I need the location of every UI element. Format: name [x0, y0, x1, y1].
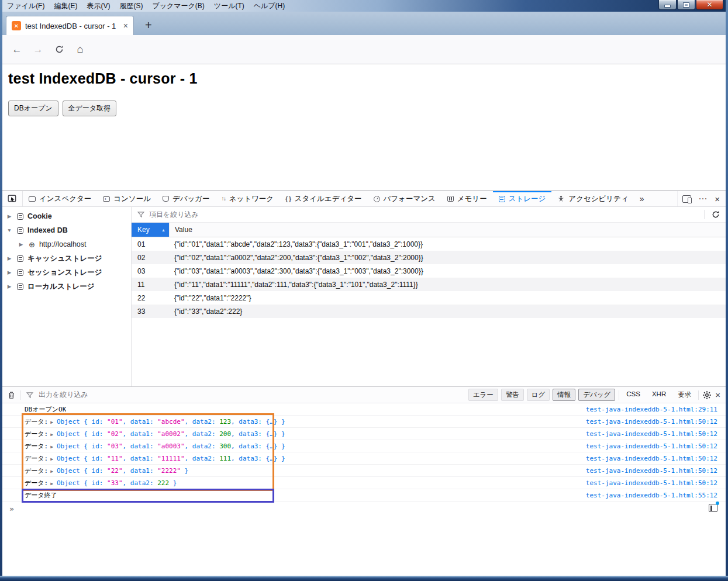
devtools-tab-accessibility[interactable]: アクセシビリティ	[551, 191, 634, 206]
console-input-row[interactable]: »	[2, 502, 726, 516]
menu-item[interactable]: 編集(E)	[49, 0, 82, 12]
minimize-button[interactable]	[658, 0, 677, 10]
devtools-tab-memory[interactable]: メモリー	[441, 191, 493, 206]
console-close-icon[interactable]: ×	[715, 390, 720, 400]
expand-arrow-icon[interactable]: ▶	[6, 269, 13, 275]
db-open-button[interactable]: DBオープン	[8, 101, 58, 116]
console-message-row: データ:▶Object { id: "02", data1: "a0002", …	[2, 428, 726, 440]
column-header-key[interactable]: Key ▲	[132, 223, 169, 237]
tab-title: test IndexedDB - cursor - 1	[25, 22, 120, 30]
expand-arrow-icon[interactable]: ▶	[6, 255, 13, 261]
navigation-toolbar: ← → ⌂ localhost/_test_java/test-java-ind…	[0, 35, 728, 64]
sidebar-item-label: ローカルストレージ	[27, 282, 95, 292]
console-category-button[interactable]: CSS	[623, 389, 644, 400]
storage-refresh-button[interactable]	[704, 210, 720, 219]
expand-arrow-icon[interactable]: ▼	[6, 227, 13, 233]
devtools-tab-performance[interactable]: パフォーマンス	[368, 191, 441, 206]
storage-panel: ▶Cookie▼Indexed DB▶⊕http://localhost▶キャッ…	[2, 207, 726, 386]
devtools-tab-storage[interactable]: ストレージ	[493, 191, 552, 206]
window-border-right	[726, 0, 728, 581]
console-source-link[interactable]: test-java-indexeddb-5-1.html:29:11	[574, 406, 717, 413]
devtools-overflow-chevron[interactable]: »	[634, 191, 650, 206]
row-value-cell: {"id":"33","data2":222}	[169, 307, 726, 316]
forward-button[interactable]: →	[29, 35, 47, 64]
expand-arrow-icon[interactable]: ▶	[18, 241, 25, 247]
maximize-button[interactable]	[677, 0, 695, 10]
sidebar-item-cookie[interactable]: ▶Cookie	[2, 209, 131, 223]
console-source-link[interactable]: test-java-indexeddb-5-1.html:50:12	[574, 430, 717, 438]
devtools-close-icon[interactable]: ×	[715, 194, 720, 204]
expand-object-arrow-icon[interactable]: ▶	[50, 444, 53, 449]
menu-item[interactable]: ヘルプ(H)	[249, 0, 290, 12]
console-message-rows: DBオープンOKtest-java-indexeddb-5-1.html:29:…	[2, 403, 726, 502]
devtools-menu-icon[interactable]: ⋯	[698, 193, 708, 204]
console-sidebar-toggle-icon[interactable]	[709, 504, 717, 512]
menu-item[interactable]: ファイル(F)	[2, 0, 49, 12]
table-row[interactable]: 02{"id":"02","data1":"a0002","data2":200…	[132, 251, 726, 264]
console-source-link[interactable]: test-java-indexeddb-5-1.html:50:12	[574, 467, 717, 475]
devtools-tab-console[interactable]: ›コンソール	[97, 191, 157, 206]
sidebar-item-localhost[interactable]: ▶⊕http://localhost	[2, 237, 131, 251]
console-filter-button[interactable]: デバッグ	[578, 389, 615, 401]
home-button[interactable]: ⌂	[71, 35, 89, 64]
responsive-design-icon[interactable]	[682, 195, 691, 203]
sidebar-item-local-storage[interactable]: ▶ローカルストレージ	[2, 279, 131, 293]
table-row[interactable]: 11{"id":"11","data1":"11111","data2":111…	[132, 278, 726, 291]
devtools-tab-label: ネットワーク	[229, 194, 274, 204]
expand-object-arrow-icon[interactable]: ▶	[50, 432, 53, 437]
reload-icon	[55, 45, 64, 54]
devtools-tab-inspector[interactable]: インスペクター	[23, 191, 97, 206]
clear-console-trash-icon[interactable]	[8, 391, 15, 399]
expand-object-arrow-icon[interactable]: ▶	[50, 481, 53, 486]
console-source-link[interactable]: test-java-indexeddb-5-1.html:50:12	[574, 442, 717, 450]
table-row[interactable]: 01{"id":"01","data1":"abcde","data2":123…	[132, 237, 726, 251]
menu-item[interactable]: 表示(V)	[82, 0, 115, 12]
table-row[interactable]: 22{"id":"22","data1":"2222"}	[132, 291, 726, 305]
table-row[interactable]: 33{"id":"33","data2":222}	[132, 305, 726, 318]
console-source-link[interactable]: test-java-indexeddb-5-1.html:50:12	[574, 479, 717, 487]
browser-tab[interactable]: ✕ test IndexedDB - cursor - 1 ×	[6, 16, 134, 35]
column-header-value[interactable]: Value	[169, 223, 726, 237]
console-category-button[interactable]: 要求	[674, 389, 695, 400]
close-window-button[interactable]: ✕	[696, 0, 723, 10]
devtools-tab-network[interactable]: ↑↓ネットワーク	[216, 191, 280, 206]
console-source-link[interactable]: test-java-indexeddb-5-1.html:50:12	[574, 455, 717, 462]
console-message-row: データ:▶Object { id: "33", data2: 222 }test…	[2, 477, 726, 489]
table-row[interactable]: 03{"id":"03","data1":"a0003","data2":300…	[132, 264, 726, 278]
expand-arrow-icon[interactable]: ▶	[6, 213, 13, 219]
console-source-link[interactable]: test-java-indexeddb-5-1.html:50:12	[574, 418, 717, 426]
sidebar-item-indexed-db[interactable]: ▼Indexed DB	[2, 223, 131, 237]
console-filter-button[interactable]: 情報	[553, 389, 575, 401]
console-filter-placeholder[interactable]: 出力を絞り込み	[39, 390, 88, 400]
sidebar-item-session-storage[interactable]: ▶セッションストレージ	[2, 265, 131, 279]
console-filter-button[interactable]: 警告	[501, 389, 524, 401]
object-token: "abcde"	[157, 418, 184, 426]
expand-object-arrow-icon[interactable]: ▶	[50, 469, 53, 474]
menu-item[interactable]: ツール(T)	[209, 0, 249, 12]
console-filter-button[interactable]: エラー	[468, 389, 498, 401]
element-picker-icon	[8, 194, 17, 203]
get-all-data-button[interactable]: 全データ取得	[63, 101, 117, 116]
expand-object-arrow-icon[interactable]: ▶	[50, 420, 53, 425]
tab-close-icon[interactable]: ×	[123, 22, 128, 30]
devtools-tab-style-editor[interactable]: { }スタイルエディター	[280, 191, 367, 206]
new-tab-button[interactable]: +	[145, 19, 152, 32]
expand-arrow-icon[interactable]: ▶	[6, 283, 13, 289]
devtools-tab-label: パフォーマンス	[384, 194, 436, 204]
object-token: , data3: {…} }	[231, 455, 285, 462]
tab-bar: ✕ test IndexedDB - cursor - 1 × +	[0, 12, 728, 35]
console-filter-button[interactable]: ログ	[527, 389, 550, 401]
console-settings-gear-icon[interactable]	[702, 390, 712, 400]
back-button[interactable]: ←	[7, 35, 27, 64]
console-category-button[interactable]: XHR	[648, 389, 670, 400]
element-picker-button[interactable]	[2, 191, 23, 206]
reload-button[interactable]	[50, 35, 68, 64]
console-source-link[interactable]: test-java-indexeddb-5-1.html:55:12	[574, 492, 717, 499]
object-token: , data2:	[185, 455, 220, 462]
sidebar-item-cache-storage[interactable]: ▶キャッシュストレージ	[2, 251, 131, 265]
devtools-tab-debugger[interactable]: デバッガー	[157, 191, 216, 206]
storage-filter-bar[interactable]: 項目を絞り込み	[132, 207, 726, 223]
menu-item[interactable]: ブックマーク(B)	[147, 0, 209, 12]
menu-item[interactable]: 履歴(S)	[115, 0, 147, 12]
expand-object-arrow-icon[interactable]: ▶	[50, 456, 53, 462]
